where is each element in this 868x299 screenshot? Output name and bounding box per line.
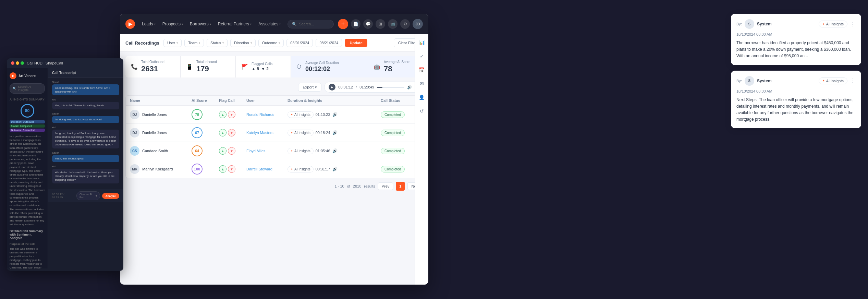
- refresh-icon[interactable]: ↺: [418, 107, 425, 115]
- flagged-calls-stat: 🚩 Flagged Calls ▲ 8 ▼ 2: [236, 56, 291, 77]
- insight-text: The borrower has identified a property p…: [736, 40, 856, 60]
- person-icon[interactable]: 👤: [417, 93, 426, 101]
- ai-insights-button[interactable]: ✦ AI Insights: [288, 111, 314, 118]
- table-row: DJ Danielle Jones 79 ▲ ▼ Ronald Richards…: [126, 106, 423, 124]
- speaker-icon[interactable]: 🔊: [332, 112, 338, 117]
- flag-up-button[interactable]: ▲: [219, 129, 227, 136]
- chevron-down-icon: ▾: [250, 23, 252, 26]
- nav-items-container: Leads ▾ Prospects ▾ Borrowers ▾ Referral…: [139, 20, 283, 28]
- flag-down-button[interactable]: ▼: [228, 165, 235, 173]
- transcript-footer: 00:00:12 / 01:29:49 Choose AI Bot ▾ Anal…: [48, 189, 123, 202]
- settings-button[interactable]: ⚙: [400, 19, 410, 29]
- ai-insights-search[interactable]: 🔍 Search AI Insights...: [10, 83, 45, 94]
- filters-bar: Call Recordings User ▾ Team ▾ Status ▾ D…: [120, 34, 428, 52]
- maximize-window-button[interactable]: [21, 61, 24, 65]
- calendar-icon[interactable]: 📅: [417, 66, 426, 74]
- team-filter[interactable]: Team ▾: [184, 39, 204, 47]
- speaker-icon[interactable]: 🔊: [332, 148, 338, 153]
- ai-score-badge: 67: [192, 127, 203, 138]
- nav-item-prospects[interactable]: Prospects ▾: [160, 20, 186, 28]
- flag-call-cell: ▲ ▼: [219, 147, 246, 155]
- close-window-button[interactable]: [11, 61, 14, 65]
- flag-call-cell: ▲ ▼: [219, 165, 246, 173]
- play-button[interactable]: ▶: [329, 84, 335, 91]
- nav-item-leads[interactable]: Leads ▾: [139, 20, 158, 28]
- ai-insights-badge[interactable]: ✦ AI Insights: [819, 21, 847, 27]
- minimize-window-button[interactable]: [16, 61, 19, 65]
- app-logo[interactable]: ▶: [125, 19, 135, 29]
- user-avatar[interactable]: JD: [413, 19, 423, 29]
- contact-cell: CS Candace Smith: [130, 146, 192, 156]
- insight-card-2: By: S System ✦ AI Insights ⋮ 10/10/2024 …: [731, 71, 861, 129]
- ai-dot-icon: ✦: [291, 131, 293, 134]
- chevron-down-icon: ▾: [96, 194, 97, 198]
- direction-filter[interactable]: Direction ▾: [230, 39, 255, 47]
- avatar: DJ: [130, 110, 139, 119]
- chat-message: Art Wonderful. Let's start with the basi…: [52, 165, 119, 184]
- chevron-down-icon: ▾: [199, 41, 200, 45]
- chart-icon[interactable]: 📊: [417, 38, 426, 47]
- ai-dot-icon: ✦: [822, 79, 825, 82]
- prev-page-button[interactable]: Prev: [378, 182, 393, 190]
- add-button[interactable]: +: [338, 19, 348, 29]
- messages-button[interactable]: 💬: [363, 19, 373, 29]
- ai-insights-button[interactable]: ✦ AI Insights: [288, 148, 314, 154]
- grid-button[interactable]: ⊞: [376, 19, 385, 29]
- speaker-icon[interactable]: 🔊: [332, 167, 338, 171]
- user-link[interactable]: Floyd Miles: [246, 149, 288, 153]
- ai-insights-badge[interactable]: ✦ AI Insights: [819, 77, 847, 84]
- flag-up-button[interactable]: ▲: [219, 111, 227, 118]
- user-filter[interactable]: User ▾: [163, 39, 182, 47]
- flag-up-button[interactable]: ▲: [219, 165, 227, 173]
- table-header: Name AI Score Flag Call User Duration & …: [126, 96, 423, 106]
- nav-item-referral-partners[interactable]: Referral Partners ▾: [215, 20, 254, 28]
- global-search[interactable]: 🔍 Search...: [288, 20, 334, 28]
- stats-row: 📞 Total Outbound 2631 📱 Total Inbound 17…: [125, 56, 423, 77]
- ai-selector[interactable]: Choose AI Bot ▾: [76, 191, 100, 200]
- flag-down-button[interactable]: ▼: [228, 129, 235, 136]
- flag-down-button[interactable]: ▼: [228, 111, 235, 118]
- contact-cell: DJ Danielle Jones: [130, 128, 192, 137]
- status-badge: Completed: [381, 130, 405, 136]
- status-badge: Completed: [381, 148, 405, 154]
- volume-icon[interactable]: 🔊: [407, 85, 412, 89]
- update-button[interactable]: Update: [345, 39, 367, 47]
- user-link[interactable]: Ronald Richards: [246, 112, 288, 117]
- flag-up-button[interactable]: ▲: [219, 147, 227, 155]
- audio-time-current: 00:01:12: [338, 85, 353, 89]
- date-end[interactable]: 08/21/2024: [316, 39, 342, 47]
- insight-header: By: S System ✦ AI Insights ⋮: [736, 76, 856, 86]
- audio-player[interactable]: ▶ 00:01:12 / 01:20:49 🔊 ⋮: [324, 82, 423, 93]
- nav-item-borrowers[interactable]: Borrowers ▾: [187, 20, 214, 28]
- status-filter[interactable]: Status ▾: [207, 39, 228, 47]
- export-button[interactable]: Export ▾: [298, 83, 321, 92]
- chevron-down-icon: ▾: [154, 23, 156, 26]
- duration-cell: ✦ AI Insights 01:05:46 🔊: [288, 148, 381, 154]
- more-options-icon[interactable]: ⋮: [850, 21, 856, 27]
- ai-score-badge: 79: [192, 109, 203, 120]
- sidebar-logo-area: ▶ Art Venere: [10, 72, 45, 79]
- ai-insights-button[interactable]: ✦ AI Insights: [288, 130, 314, 136]
- nav-item-associates[interactable]: Associates ▾: [256, 20, 283, 28]
- ai-score-icon: 🤖: [374, 63, 380, 70]
- transcript-header: Call Transcript: [48, 68, 123, 78]
- check-icon[interactable]: ✓: [418, 52, 425, 60]
- more-options-icon[interactable]: ⋮: [850, 77, 856, 84]
- outcome-filter[interactable]: Outcome ▾: [258, 39, 284, 47]
- mail-icon[interactable]: ✉: [418, 80, 425, 88]
- analyze-button[interactable]: Analyze: [102, 193, 119, 199]
- chevron-down-icon: ▾: [279, 41, 280, 45]
- chat-message: Art Yes, this is Art. Thanks for calling…: [52, 98, 119, 109]
- calls-table: Name AI Score Flag Call User Duration & …: [125, 95, 423, 178]
- speaker-icon[interactable]: 🔊: [332, 130, 338, 135]
- user-link[interactable]: Darrell Steward: [246, 167, 288, 171]
- notifications-button[interactable]: 📄: [351, 19, 360, 29]
- search-icon: 🔍: [292, 22, 297, 26]
- user-link[interactable]: Katelyn Masters: [246, 131, 288, 135]
- table-row: DJ Danielle Jones 67 ▲ ▼ Katelyn Masters…: [126, 124, 423, 142]
- audio-track[interactable]: [377, 87, 404, 88]
- date-start[interactable]: 08/01/2024: [286, 39, 313, 47]
- ai-insights-button[interactable]: ✦ AI Insights: [288, 166, 314, 172]
- flag-down-button[interactable]: ▼: [228, 147, 235, 155]
- video-button[interactable]: 📹: [388, 19, 398, 29]
